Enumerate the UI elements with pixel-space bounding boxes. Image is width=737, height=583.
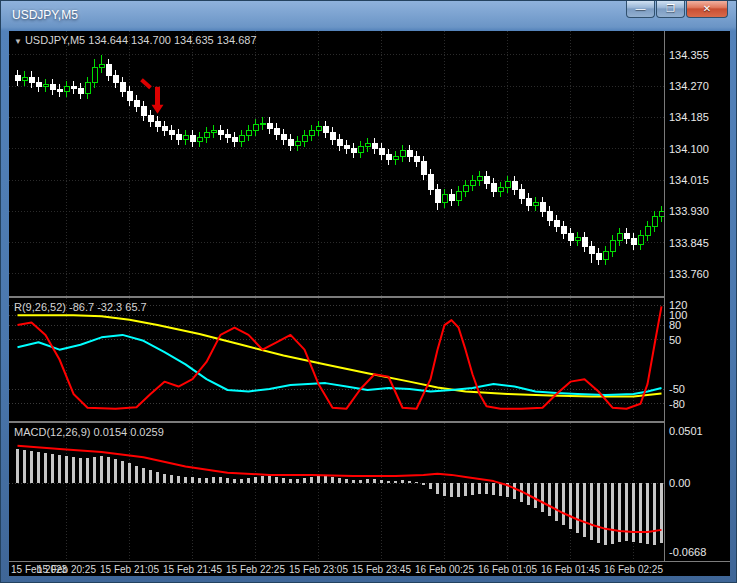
vertical-grid-lines [67, 31, 634, 296]
macd-header: MACD(12,26,9) 0.0154 0.0259 [14, 426, 164, 438]
price-chart-canvas[interactable] [9, 31, 664, 296]
macd-canvas[interactable] [9, 423, 664, 561]
time-label: 16 Feb 00:25 [415, 564, 474, 575]
time-label: 16 Feb 01:45 [541, 564, 600, 575]
indicator-line-yellow [18, 315, 662, 396]
close-button[interactable]: ✕ [686, 1, 728, 18]
chart-client-area: ▼USDJPY,M5 134.644 134.700 134.635 134.6… [9, 31, 730, 576]
horizontal-grid-lines [9, 55, 664, 274]
price-tick-label: 133.845 [669, 238, 709, 248]
minimize-icon: — [636, 3, 646, 14]
macd-histogram [16, 449, 663, 545]
window-controls: — ❐ ✕ [626, 1, 728, 18]
title-bar[interactable]: USDJPY,M5 — ❐ ✕ [1, 1, 736, 30]
maximize-icon: ❐ [666, 3, 675, 14]
indicator-tick-label: -80 [669, 399, 685, 409]
price-tick-label: 134.270 [669, 81, 709, 91]
time-label: 15 Feb 23:45 [352, 564, 411, 575]
ohlc-text: USDJPY,M5 134.644 134.700 134.635 134.68… [25, 34, 257, 46]
indicator-tick-label: -50 [669, 384, 685, 394]
price-tick-label: 134.355 [669, 50, 709, 60]
oscillator-header: R(9,26,52) -86.7 -32.3 65.7 [14, 301, 147, 313]
price-axis[interactable]: 134.355134.270134.185134.100134.015133.9… [664, 31, 730, 561]
oscillator-canvas[interactable] [9, 298, 664, 421]
minimize-button[interactable]: — [626, 1, 655, 18]
price-tick-label: 134.185 [669, 112, 709, 122]
time-label: 15 Feb 20:25 [37, 564, 96, 575]
horizontal-grid-lines [9, 305, 664, 403]
price-tick-label: 133.930 [669, 206, 709, 216]
price-tick-label: 134.100 [669, 144, 709, 154]
macd-tick-label: 0.00 [669, 478, 690, 488]
price-chart-panel[interactable]: ▼USDJPY,M5 134.644 134.700 134.635 134.6… [9, 31, 664, 296]
time-label: 15 Feb 21:05 [100, 564, 159, 575]
macd-tick-label: 0.0501 [669, 426, 703, 436]
time-label: 15 Feb 21:45 [163, 564, 222, 575]
chart-window: USDJPY,M5 — ❐ ✕ ▼USDJPY,M5 134.644 134.7… [0, 0, 737, 583]
time-label: 15 Feb 23:05 [289, 564, 348, 575]
window-title: USDJPY,M5 [12, 8, 78, 22]
time-label: 16 Feb 01:05 [478, 564, 537, 575]
oscillator-panel[interactable]: R(9,26,52) -86.7 -32.3 65.7 [9, 298, 664, 421]
chart-marker-icon: ▼ [14, 37, 22, 46]
macd-panel[interactable]: MACD(12,26,9) 0.0154 0.0259 [9, 423, 664, 561]
price-tick-label: 133.760 [669, 269, 709, 279]
close-icon: ✕ [703, 3, 711, 14]
indicator-tick-label: 50 [669, 335, 681, 345]
maximize-button[interactable]: ❐ [656, 1, 685, 18]
indicator-tick-label: 80 [669, 320, 681, 330]
price-tick-label: 134.015 [669, 175, 709, 185]
macd-tick-label: -0.0668 [669, 547, 706, 557]
time-axis[interactable]: 15 Feb 202315 Feb 20:2515 Feb 21:0515 Fe… [9, 561, 730, 576]
time-label: 16 Feb 02:25 [604, 564, 663, 575]
chart-ohlc-header: ▼USDJPY,M5 134.644 134.700 134.635 134.6… [14, 34, 257, 46]
time-label: 15 Feb 22:25 [226, 564, 285, 575]
